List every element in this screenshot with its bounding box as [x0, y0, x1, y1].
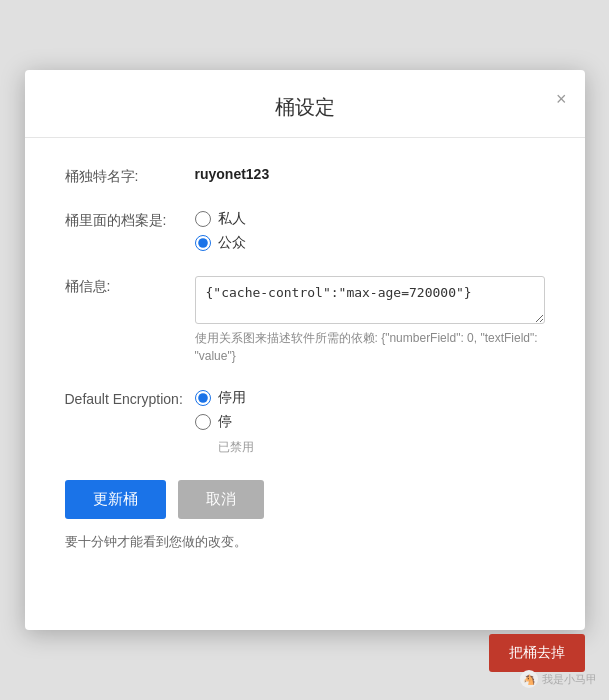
bucket-name-label: 桶独特名字:: [65, 166, 195, 186]
files-visibility-row: 桶里面的档案是: 私人 公众: [65, 210, 545, 252]
radio-encryption-disabled[interactable]: [195, 414, 211, 430]
encryption-label: Default Encryption:: [65, 389, 195, 407]
bucket-info-col: 使用关系图来描述软件所需的依赖: {"numberField": 0, "tex…: [195, 276, 545, 365]
footer-note: 要十分钟才能看到您做的改变。: [25, 519, 585, 551]
bucket-name-value: ruyonet123: [195, 166, 545, 182]
bucket-name-row: 桶独特名字: ruyonet123: [65, 166, 545, 186]
radio-private-label[interactable]: 私人: [195, 210, 246, 228]
bucket-info-hint: 使用关系图来描述软件所需的依赖: {"numberField": 0, "tex…: [195, 329, 545, 365]
dialog-body: 桶独特名字: ruyonet123 桶里面的档案是: 私人 公众: [25, 138, 585, 456]
bucket-info-input[interactable]: [195, 276, 545, 324]
dialog-title: 桶设定: [275, 96, 335, 118]
watermark-label: 我是小马甲: [542, 672, 597, 687]
radio-public-text: 公众: [218, 234, 246, 252]
button-row: 更新桶 取消: [25, 480, 585, 519]
disabled-note: 已禁用: [218, 439, 254, 456]
watermark: 🐴 我是小马甲: [520, 670, 597, 688]
radio-enabled-label[interactable]: 停用: [195, 389, 254, 407]
visibility-radio-group: 私人 公众: [195, 210, 246, 252]
radio-private[interactable]: [195, 211, 211, 227]
encryption-radio-group: 停用 停 已禁用: [195, 389, 254, 456]
radio-public-label[interactable]: 公众: [195, 234, 246, 252]
update-button[interactable]: 更新桶: [65, 480, 166, 519]
watermark-icon: 🐴: [520, 670, 538, 688]
delete-button[interactable]: 把桶去掉: [489, 634, 585, 672]
radio-disabled-text: 停: [218, 413, 232, 431]
encryption-row: Default Encryption: 停用 停 已禁用: [65, 389, 545, 456]
radio-disabled-label[interactable]: 停: [195, 413, 254, 431]
cancel-button[interactable]: 取消: [178, 480, 264, 519]
radio-private-text: 私人: [218, 210, 246, 228]
radio-encryption-enabled[interactable]: [195, 390, 211, 406]
bucket-info-row: 桶信息: 使用关系图来描述软件所需的依赖: {"numberField": 0,…: [65, 276, 545, 365]
close-button[interactable]: ×: [556, 90, 567, 108]
bucket-info-label: 桶信息:: [65, 276, 195, 296]
radio-public[interactable]: [195, 235, 211, 251]
bucket-settings-dialog: 桶设定 × 桶独特名字: ruyonet123 桶里面的档案是: 私人: [25, 70, 585, 630]
radio-enabled-text: 停用: [218, 389, 246, 407]
dialog-header: 桶设定 ×: [25, 70, 585, 138]
files-label: 桶里面的档案是:: [65, 210, 195, 230]
